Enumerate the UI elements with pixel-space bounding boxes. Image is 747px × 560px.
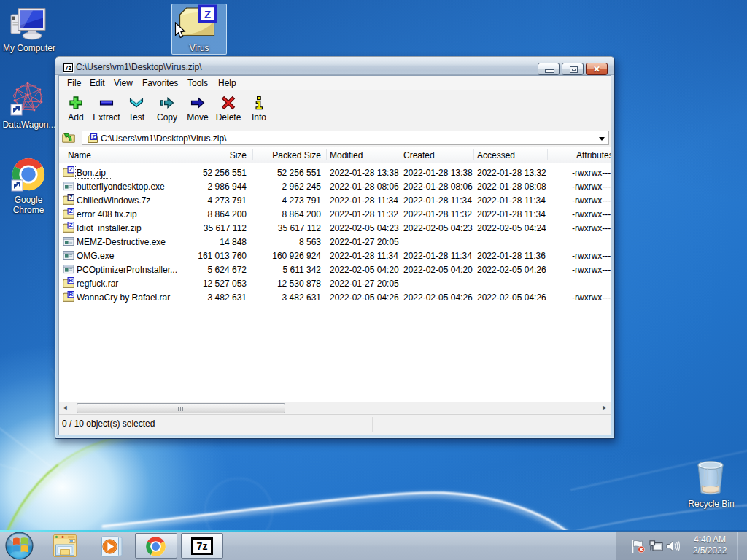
svg-text:Z: Z bbox=[92, 133, 96, 140]
svg-text:R: R bbox=[69, 291, 73, 298]
svg-text:Z: Z bbox=[204, 8, 211, 20]
svg-text:7: 7 bbox=[69, 194, 73, 201]
svg-text:Z: Z bbox=[69, 222, 73, 228]
svg-text:Z: Z bbox=[69, 208, 73, 214]
svg-text:Z: Z bbox=[69, 166, 73, 173]
svg-text:R: R bbox=[69, 277, 73, 284]
